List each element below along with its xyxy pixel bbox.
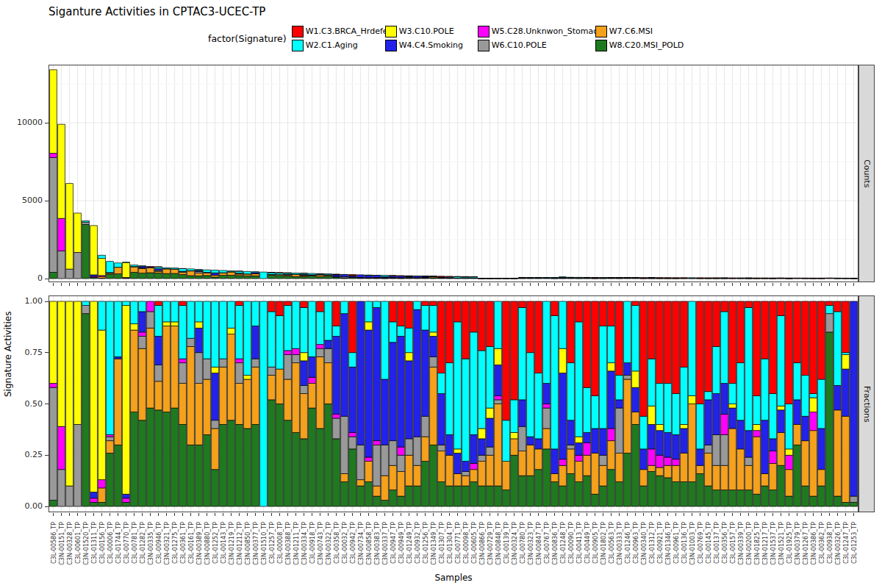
x-tick-mark	[93, 513, 94, 516]
fraction-bar-segment	[681, 453, 688, 481]
counts-bar	[753, 278, 761, 279]
count-bar-segment	[309, 276, 316, 279]
count-bar-segment	[252, 276, 259, 279]
fraction-bar-segment	[503, 301, 510, 420]
count-bar-segment	[244, 276, 251, 279]
counts-bar	[673, 278, 680, 279]
x-tick-mark	[684, 513, 684, 516]
count-bar-segment	[115, 268, 122, 274]
sample-label: C3N-01346_TP	[665, 522, 672, 565]
fraction-bar-segment	[390, 322, 397, 343]
fraction-bar-segment	[155, 365, 162, 381]
fractions-bar	[357, 301, 365, 506]
fraction-bar-segment	[284, 306, 292, 351]
fraction-bar-segment	[478, 429, 486, 439]
sample-label: C3N-00729_TP	[487, 522, 494, 565]
count-bar-segment	[115, 274, 122, 279]
counts-bar	[705, 278, 712, 279]
fraction-bar-segment	[139, 348, 146, 420]
counts-facet-strip: Counts	[858, 65, 875, 282]
fraction-bar-segment	[462, 359, 470, 462]
fractions-bar	[761, 301, 769, 506]
x-tick-mark	[433, 513, 434, 516]
count-bar-segment	[276, 276, 284, 279]
x-tick-mark	[837, 513, 838, 516]
fraction-bar-segment	[357, 445, 365, 479]
fraction-bar-segment	[608, 429, 615, 441]
fraction-bar-segment	[729, 429, 736, 490]
fraction-bar-segment	[90, 301, 98, 492]
counts-bar	[365, 275, 373, 279]
x-tick-mark	[708, 513, 709, 516]
x-tick-mark	[417, 513, 417, 516]
fraction-bar-segment	[584, 476, 591, 506]
sample-label: C3L-01304_TP	[447, 522, 453, 564]
counts-bar	[786, 278, 793, 279]
count-bar-segment	[284, 276, 292, 279]
sample-label: C3L-01312_TP	[649, 522, 656, 564]
fraction-bar-segment	[107, 441, 114, 453]
x-tick-mark	[829, 513, 830, 516]
fraction-bar-segment	[414, 301, 421, 309]
legend-key-swatch	[595, 40, 607, 51]
counts-bar	[503, 278, 510, 279]
fractions-bar	[673, 301, 680, 506]
fraction-bar-segment	[228, 334, 235, 420]
sample-label: C3L-00413_TP	[576, 522, 583, 564]
counts-bar	[381, 276, 389, 279]
fractions-bar	[834, 301, 842, 506]
sample-label: C3L-00938_TP	[827, 522, 833, 564]
x-tick-mark	[635, 513, 636, 516]
x-tick-mark	[77, 513, 78, 516]
fraction-bar-segment	[446, 301, 453, 363]
x-tick-mark	[659, 513, 660, 516]
count-bar-segment	[462, 276, 470, 277]
fraction-bar-segment	[462, 476, 470, 486]
x-tick-mark	[150, 513, 151, 516]
sample-label: C3N-00866_TP	[479, 522, 486, 565]
x-tick-mark	[207, 513, 207, 516]
x-tick-mark	[304, 513, 304, 516]
fraction-bar-segment	[681, 367, 688, 424]
x-tick-mark	[667, 513, 668, 516]
fraction-bar-segment	[503, 462, 510, 490]
fraction-bar-segment	[664, 301, 672, 384]
fractions-bar	[608, 301, 615, 506]
counts-bar	[155, 267, 162, 279]
fraction-bar-segment	[301, 385, 308, 393]
y-tick-label: 0.25	[12, 450, 43, 459]
fraction-bar-segment	[349, 433, 356, 437]
fraction-bar-segment	[196, 353, 203, 384]
fraction-bar-segment	[794, 445, 801, 506]
counts-bar	[284, 273, 292, 279]
fraction-bar-segment	[333, 301, 340, 326]
legend-entry: W1.C3.BRCA_Hrdefect	[292, 24, 385, 38]
fraction-bar-segment	[414, 309, 421, 437]
fraction-bar-segment	[802, 301, 809, 375]
x-tick-mark	[198, 513, 199, 516]
fraction-bar-segment	[74, 424, 82, 506]
fraction-bar-segment	[705, 445, 712, 453]
fraction-bar-segment	[228, 328, 235, 334]
count-bar-segment	[252, 274, 259, 276]
count-bar-segment	[204, 270, 211, 272]
count-bar-segment	[236, 276, 243, 279]
fraction-bar-segment	[390, 301, 397, 322]
sample-label: C3L-00139_TP	[503, 522, 510, 564]
x-tick-mark	[481, 513, 482, 516]
x-tick-mark	[190, 513, 191, 516]
fractions-bar	[74, 301, 82, 506]
x-tick-mark	[271, 283, 272, 286]
fraction-bar-segment	[98, 502, 106, 506]
counts-bar	[600, 277, 607, 279]
legend-key-swatch	[595, 26, 607, 37]
x-tick-mark	[781, 283, 781, 286]
x-tick-mark	[797, 283, 797, 286]
fraction-bar-segment	[268, 400, 276, 506]
x-tick-mark	[708, 283, 709, 286]
count-bar-segment	[82, 224, 90, 279]
y-tick-mark	[45, 301, 49, 302]
fraction-bar-segment	[697, 465, 704, 473]
fraction-bar-segment	[648, 449, 656, 465]
fraction-bar-segment	[139, 336, 146, 348]
